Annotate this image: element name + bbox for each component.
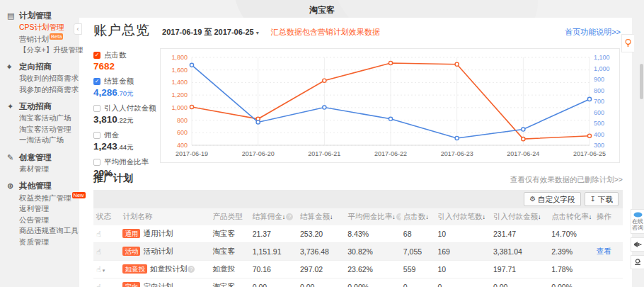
status-toggle-icon[interactable]: ☝ xyxy=(96,265,101,274)
column-header[interactable]: 引入付款笔数↓ xyxy=(435,208,490,225)
info-icon[interactable]: ? xyxy=(188,266,195,273)
data-point[interactable] xyxy=(455,62,459,66)
column-header[interactable]: 引入付款金额↓ xyxy=(490,208,548,225)
sidebar-item[interactable]: 营销计划Beta xyxy=(7,33,79,45)
right-axis-tick-label: 400 xyxy=(594,131,604,138)
data-point[interactable] xyxy=(323,79,326,82)
metric-block: 佣金1,243.44元 xyxy=(93,130,159,152)
data-point[interactable] xyxy=(455,136,459,140)
data-point[interactable] xyxy=(587,97,591,101)
sort-descending-icon[interactable]: ↓ xyxy=(482,213,485,220)
plan-name[interactable]: 通用计划 xyxy=(143,229,173,237)
sidebar-item[interactable]: 公告管理 xyxy=(7,215,79,226)
sidebar-item[interactable]: 素材管理 xyxy=(7,164,79,175)
app-title: 淘宝客 xyxy=(0,4,644,16)
page-scrollbar[interactable] xyxy=(640,64,643,99)
sidebar-item[interactable]: 【分享+】升级管理 xyxy=(7,45,79,56)
plan-type-badge: 通用 xyxy=(122,229,140,238)
metric-checkbox[interactable]: ✓ xyxy=(93,78,100,85)
data-point[interactable] xyxy=(587,134,591,137)
plan-name[interactable]: 如意投计划 xyxy=(150,264,188,273)
table-cell: 197.71 xyxy=(490,261,548,278)
sidebar-item-label: 公告管理 xyxy=(19,215,49,224)
sidebar-item[interactable]: 我参加的招商需求 xyxy=(7,84,79,96)
tips-bulb-card[interactable] xyxy=(621,34,634,52)
pencil-icon: ✎ xyxy=(7,152,16,164)
sidebar-item[interactable]: 淘宝客活动广场 xyxy=(7,113,79,124)
summary-note: 汇总数据包含营销计划效果数据 xyxy=(271,27,380,38)
metric-checkbox[interactable] xyxy=(93,105,100,112)
metric-checkbox[interactable] xyxy=(93,159,100,166)
left-axis-tick-label: 1,200 xyxy=(171,91,188,99)
gear-icon: ⚙ xyxy=(529,193,536,206)
sidebar-section-header[interactable]: ⌖定向招商 xyxy=(7,61,79,73)
table-cell: 231.47 xyxy=(490,225,548,243)
plans-table: 状态计划名称产品类型结算佣金↓?结算金额↓平均佣金比率↓?点击数↓引入付款笔数↓… xyxy=(93,208,623,287)
homepage-help-link[interactable]: 首页功能说明>> xyxy=(565,27,621,38)
metric-value: 3,810.22元 xyxy=(93,114,159,125)
sort-descending-icon[interactable]: ↓ xyxy=(589,213,592,220)
sidebar-section-header[interactable]: ✦互动招商 xyxy=(7,101,79,113)
info-icon[interactable]: ? xyxy=(286,213,293,220)
sidebar-item[interactable]: 返利管理 xyxy=(7,203,79,215)
column-header[interactable]: 点击数↓ xyxy=(401,208,435,225)
sidebar-item[interactable]: 淘宝客活动管理 xyxy=(7,124,79,135)
download-button[interactable]: ↧ 下载 xyxy=(585,192,619,206)
sidebar-item[interactable]: 商品违规查询工具 xyxy=(7,225,79,237)
sort-descending-icon[interactable]: ↓ xyxy=(538,213,541,220)
sort-descending-icon[interactable]: ↓ xyxy=(392,213,396,220)
chevron-down-icon[interactable]: ▾ xyxy=(103,268,105,273)
deleted-plans-link[interactable]: 查看仅有效果数据的已删除计划>> xyxy=(510,175,623,185)
sidebar-item-label: 返利管理 xyxy=(19,204,49,213)
metric-checkbox[interactable]: ✓ xyxy=(93,52,100,59)
plans-toolbar: ⚙ 自定义字段 ↧ 下载 xyxy=(93,190,623,208)
sidebar-collapse-button[interactable]: ‹ xyxy=(74,23,82,35)
column-header[interactable]: 结算金额↓ xyxy=(297,208,345,225)
sidebar-section-header[interactable]: ⊕其他管理 xyxy=(7,180,79,192)
metric-checkbox[interactable] xyxy=(93,132,100,139)
customer-service-button[interactable] xyxy=(631,255,644,269)
sidebar-section-header[interactable]: ▤计划管理 xyxy=(7,10,79,22)
info-icon[interactable]: ? xyxy=(396,213,401,220)
data-point[interactable] xyxy=(256,120,260,124)
x-axis-tick-label: 2017-06-19 xyxy=(176,150,208,157)
data-point[interactable] xyxy=(522,137,525,141)
sort-descending-icon[interactable]: ↓ xyxy=(425,213,429,220)
column-header[interactable]: 结算佣金↓? xyxy=(250,208,297,225)
sidebar-item[interactable]: CPS计划管理 xyxy=(7,22,79,33)
sidebar-section: ✦互动招商淘宝客活动广场淘宝客活动管理一淘活动广场 xyxy=(7,101,79,146)
sidebar-item-label: 一淘活动广场 xyxy=(19,135,64,144)
sort-descending-icon[interactable]: ↓ xyxy=(282,213,286,220)
target-pin-icon: ⌖ xyxy=(7,61,16,73)
metrics-panel: ✓点击数7682✓结算金额4,286.70元引入人付款金额3,810.22元佣金… xyxy=(93,50,159,184)
online-consult-button[interactable]: 在线咨询 xyxy=(631,209,644,234)
sidebar-section-header[interactable]: ✎创意管理 xyxy=(7,152,79,164)
status-toggle-icon[interactable]: ☝ xyxy=(96,283,101,287)
plan-name[interactable]: 活动计划 xyxy=(143,247,173,255)
view-link[interactable]: 查看 xyxy=(597,247,611,255)
clipboard-icon: ▤ xyxy=(7,10,16,22)
column-header-label: 状态 xyxy=(96,212,111,220)
data-point[interactable] xyxy=(190,63,193,67)
data-point[interactable] xyxy=(389,117,392,120)
status-toggle-icon[interactable]: ☝ xyxy=(96,230,101,238)
table-cell: 70.16 xyxy=(250,261,297,278)
custom-fields-button[interactable]: ⚙ 自定义字段 xyxy=(524,192,580,206)
sidebar-item[interactable]: 资质管理 xyxy=(7,237,79,248)
column-header[interactable]: 平均佣金比率↓? xyxy=(345,208,401,225)
table-cell: 30.82% xyxy=(345,243,401,261)
data-point[interactable] xyxy=(389,61,392,64)
data-point[interactable] xyxy=(323,106,326,109)
sidebar-item[interactable]: 权益类推广管理New xyxy=(7,192,79,203)
sidebar-item[interactable]: 我收到的招商需求 xyxy=(7,73,79,84)
sidebar-item[interactable]: 一淘活动广场 xyxy=(7,135,79,146)
announcement-button[interactable] xyxy=(631,237,644,252)
sort-descending-icon[interactable]: ↓ xyxy=(330,213,333,220)
data-point[interactable] xyxy=(190,105,193,108)
status-toggle-icon[interactable]: ☝ xyxy=(96,247,101,256)
plan-name[interactable]: 定向计划 xyxy=(143,282,173,287)
metric-value: 7682 xyxy=(93,61,159,72)
date-range-picker[interactable]: 2017-06-19 至 2017-06-25 ▾ xyxy=(162,27,259,38)
column-header[interactable]: 点击转化率↓ xyxy=(548,208,594,225)
data-point[interactable] xyxy=(522,128,525,131)
